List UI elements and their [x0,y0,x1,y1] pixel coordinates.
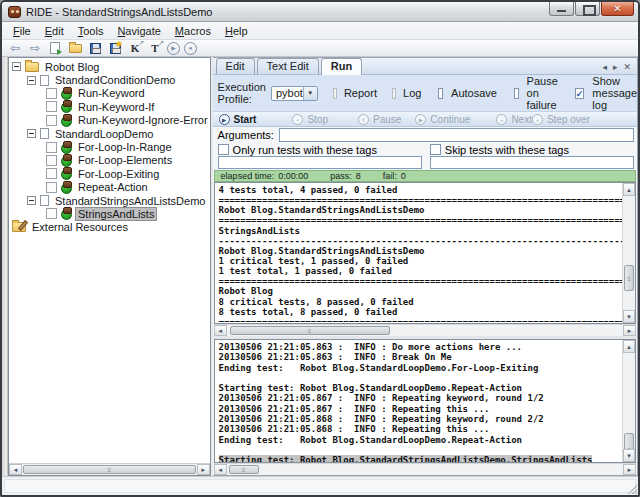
run-control-button[interactable]: ▶ Start [219,114,257,125]
minimize-button[interactable] [549,2,574,16]
log-horizontal-scrollbar[interactable]: ◄ ≡ ► [214,463,636,475]
resize-grip[interactable] [625,482,637,494]
tab[interactable]: Edit [216,58,255,74]
pause-on-failure-checkbox[interactable] [514,88,519,99]
menu-item[interactable]: Tools [71,23,111,39]
arguments-input[interactable] [279,128,634,142]
scroll-left-arrow-icon[interactable]: ◄ [214,464,227,475]
scroll-up-arrow-icon[interactable]: ▲ [623,340,635,353]
console-output-panel: 4 tests total, 4 passed, 0 failed=======… [214,182,636,324]
skip-tags-checkbox[interactable] [430,144,441,155]
only-run-tags-checkbox[interactable] [218,144,229,155]
scrollbar-thumb[interactable]: ≡ [624,265,634,291]
tree-item[interactable]: StandardStringsAndListsDemo [10,194,210,207]
scrollbar-thumb[interactable]: ≡ [23,465,196,474]
tab-scroll-left-icon[interactable]: ◂ [602,62,607,72]
tree-horizontal-scrollbar[interactable]: ◄ ≡ ► [9,463,210,475]
message-log-line: 20130506 21:21:05.863 : INFO : Do more a… [219,342,622,352]
collapse-expander-icon[interactable] [27,129,36,138]
test-checkbox[interactable] [46,115,57,126]
tree-item-label: Run-Keyword-Ignore-Error [76,114,210,126]
scrollbar-thumb[interactable]: ≡ [230,326,390,335]
message-log-line: Starting test: Robot Blog.StandardLoopDe… [219,383,622,393]
scroll-right-arrow-icon[interactable]: ► [623,464,636,475]
tree-item[interactable]: StandardLoopDemo [10,127,210,140]
tree-item[interactable]: StandardConditionDemo [10,73,210,86]
console-line: Robot Blog.StandardStringsAndListsDemo [219,246,622,256]
console-horizontal-scrollbar[interactable]: ◄ ≡ ► [214,324,636,336]
scroll-down-arrow-icon[interactable]: ▼ [623,310,635,323]
tab-close-icon[interactable]: ✕ [623,62,631,72]
execution-profile-select[interactable]: pybot ▼ [271,86,318,101]
scroll-right-arrow-icon[interactable]: ► [623,325,636,336]
menu-bar: FileEditToolsNavigateMacrosHelp [2,22,638,40]
tree-item[interactable]: Repeat-Action [10,181,210,194]
collapse-expander-icon[interactable] [12,62,21,71]
tree-item[interactable]: External Resources [10,221,210,234]
test-checkbox[interactable] [46,155,57,166]
open-directory-icon[interactable] [67,41,83,56]
close-button[interactable] [601,2,634,16]
test-checkbox[interactable] [46,101,57,112]
run-control-button[interactable]: » Step over [532,114,590,125]
test-checkbox[interactable] [46,142,57,153]
menu-item[interactable]: File [6,23,38,39]
console-output: 4 tests total, 4 passed, 0 failed=======… [215,183,622,323]
test-checkbox[interactable] [46,168,57,179]
tree-item[interactable]: StringsAndLists [10,207,210,220]
maximize-button[interactable] [575,2,600,16]
run-control-button[interactable]: ‖ Pause [358,114,401,125]
autosave-checkbox[interactable] [438,88,443,99]
skip-tags-input[interactable] [430,156,634,169]
tab[interactable]: Run [321,58,362,75]
title-bar[interactable]: RIDE - StandardStringsAndListsDemo [2,2,638,22]
chevron-down-icon[interactable]: ▼ [303,87,317,100]
scroll-up-arrow-icon[interactable]: ▲ [623,183,635,196]
scroll-right-arrow-icon[interactable]: ► [197,464,210,475]
window-title: RIDE - StandardStringsAndListsDemo [26,6,212,18]
tree-item-label: For-Loop-Elements [76,154,174,166]
menu-item[interactable]: Navigate [110,23,167,39]
menu-item[interactable]: Edit [38,23,71,39]
search-keywords-icon[interactable]: K [127,41,143,56]
console-vertical-scrollbar[interactable]: ▲ ≡ ▼ [622,183,635,323]
scroll-left-arrow-icon[interactable]: ◄ [9,464,22,475]
menu-item[interactable]: Help [218,23,255,39]
run-icon[interactable]: ▶ [167,42,180,55]
tree-item[interactable]: Run-Keyword-Ignore-Error [10,114,210,127]
back-icon[interactable]: ⇦ [7,41,23,56]
scroll-left-arrow-icon[interactable]: ◄ [214,325,227,336]
scrollbar-thumb[interactable]: ≡ [229,465,259,474]
log-vertical-scrollbar[interactable]: ▲ ≡ ▼ [622,340,635,462]
run-control-button[interactable]: » Next [496,114,532,125]
save-icon[interactable] [87,41,103,56]
show-message-log-checkbox[interactable]: ✓ [575,88,585,99]
tree-item[interactable]: For-Loop-Exiting [10,167,210,180]
report-button[interactable]: Report [344,87,377,99]
run-control-button[interactable]: ▶ Continue [415,114,470,125]
collapse-expander-icon[interactable] [27,196,36,205]
tree-item[interactable]: Run-Keyword-If [10,100,210,113]
test-checkbox[interactable] [46,208,57,219]
arguments-row: Arguments: [213,127,637,143]
collapse-expander-icon[interactable] [27,76,36,85]
main-area: Robot Blog StandardConditionDemo Run [2,57,638,476]
open-suite-icon[interactable] [47,41,63,56]
test-checkbox[interactable] [46,182,57,193]
only-run-tags-input[interactable] [218,156,422,169]
tree-item[interactable]: For-Loop-In-Range [10,140,210,153]
tab-scroll-right-icon[interactable]: ▸ [613,62,618,72]
save-all-icon[interactable]: ✱ [107,41,123,56]
log-button[interactable]: Log [403,87,421,99]
test-checkbox[interactable] [46,88,57,99]
menu-item[interactable]: Macros [168,23,218,39]
tree-item[interactable]: Run-Keyword [10,87,210,100]
forward-icon[interactable]: ⇨ [27,41,43,56]
scroll-down-arrow-icon[interactable]: ▼ [623,449,635,462]
tab[interactable]: Text Edit [257,58,319,74]
search-tests-icon[interactable]: T [147,41,163,56]
run-control-button[interactable]: ▪ Stop [292,114,328,125]
tree-item[interactable]: Robot Blog [10,60,210,73]
stop-run-icon[interactable]: ● [184,42,197,55]
tree-item[interactable]: For-Loop-Elements [10,154,210,167]
